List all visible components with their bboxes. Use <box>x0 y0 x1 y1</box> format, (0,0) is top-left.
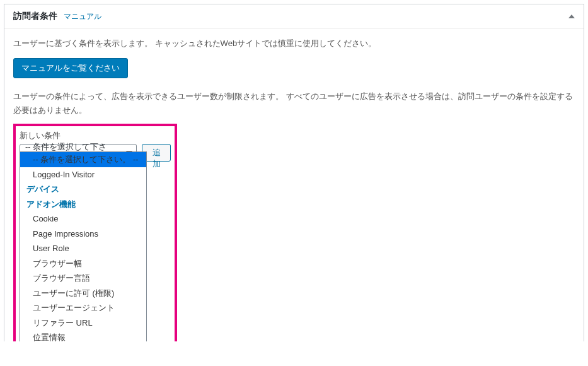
dropdown-option[interactable]: User Role <box>20 241 146 256</box>
new-condition-label: 新しい条件 <box>20 130 171 141</box>
panel-description: ユーザーに基づく条件を表示します。 キャッシュされたWebサイトでは慎重に使用し… <box>13 38 575 49</box>
visitor-conditions-panel: 訪問者条件 マニュアル ユーザーに基づく条件を表示します。 キャッシュされたWe… <box>4 4 584 341</box>
dropdown-option[interactable]: Page Impressions <box>20 227 146 242</box>
collapse-icon[interactable] <box>568 15 575 18</box>
dropdown-option[interactable]: ブラウザー幅 <box>20 256 146 271</box>
dropdown-option[interactable]: ユーザーに許可 (権限) <box>20 286 146 301</box>
panel-title-wrap: 訪問者条件 マニュアル <box>13 11 101 22</box>
panel-note: ユーザーの条件によって、広告を表示できるユーザー数が制限されます。 すべてのユー… <box>13 90 575 117</box>
manual-button[interactable]: マニュアルをご覧ください <box>13 58 128 78</box>
dropdown-option[interactable]: -- 条件を選択して下さい。 -- <box>20 152 146 167</box>
dropdown-option[interactable]: ブラウザー言語 <box>20 271 146 286</box>
highlight-annotation: 新しい条件 -- 条件を選択して下さい。 -- 追加 -- 条件を選択して下さい… <box>13 124 177 341</box>
panel-title: 訪問者条件 <box>13 11 57 22</box>
manual-link[interactable]: マニュアル <box>64 11 101 22</box>
dropdown-option[interactable]: Cookie <box>20 211 146 227</box>
dropdown-option[interactable]: 位置情報 <box>20 330 146 341</box>
condition-dropdown-list: -- 条件を選択して下さい。 --Logged-In Visitorデバイスアド… <box>20 151 147 341</box>
dropdown-option: アドオン機能 <box>20 197 146 212</box>
dropdown-option[interactable]: ユーザーエージェント <box>20 300 146 316</box>
dropdown-option[interactable]: リファラー URL <box>20 316 146 331</box>
dropdown-option[interactable]: Logged-In Visitor <box>20 167 146 182</box>
panel-header: 訪問者条件 マニュアル <box>4 4 584 29</box>
panel-body: ユーザーに基づく条件を表示します。 キャッシュされたWebサイトでは慎重に使用し… <box>4 29 584 341</box>
dropdown-option: デバイス <box>20 182 146 197</box>
